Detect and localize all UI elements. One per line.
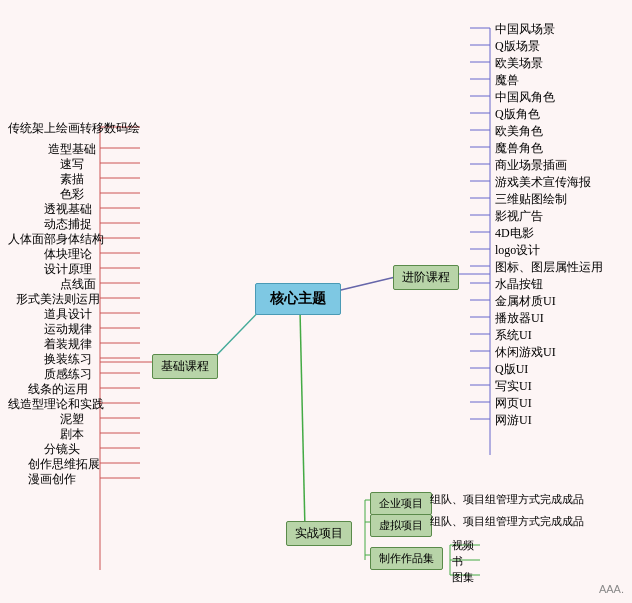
adv-item-16: 金属材质UI <box>495 293 556 310</box>
adv-item-21: 写实UI <box>495 378 532 395</box>
adv-item-8: 商业场景插画 <box>495 157 567 174</box>
enterprise-node: 企业项目 <box>370 492 432 515</box>
adv-item-17: 播放器UI <box>495 310 544 327</box>
adv-item-13: logo设计 <box>495 242 540 259</box>
watermark: AAA. <box>599 583 624 595</box>
adv-item-18: 系统UI <box>495 327 532 344</box>
adv-item-7: 魔兽角色 <box>495 140 543 157</box>
adv-item-11: 影视广告 <box>495 208 543 225</box>
adv-item-2: 欧美场景 <box>495 55 543 72</box>
practice-node: 实战项目 <box>286 521 352 546</box>
virtual-node: 虚拟项目 <box>370 514 432 537</box>
adv-item-9: 游戏美术宣传海报 <box>495 174 591 191</box>
adv-item-5: Q版角色 <box>495 106 540 123</box>
basic-item-23: 漫画创作 <box>28 471 76 488</box>
adv-item-15: 水晶按钮 <box>495 276 543 293</box>
adv-item-6: 欧美角色 <box>495 123 543 140</box>
adv-item-1: Q版场景 <box>495 38 540 55</box>
adv-item-19: 休闲游戏UI <box>495 344 556 361</box>
portfolio-sub-2: 图集 <box>452 570 474 585</box>
adv-item-20: Q版UI <box>495 361 528 378</box>
adv-item-3: 魔兽 <box>495 72 519 89</box>
enterprise-detail: 组队、项目组管理方式完成成品 <box>430 492 584 507</box>
adv-item-14: 图标、图层属性运用 <box>495 259 603 276</box>
svg-line-2 <box>300 310 305 530</box>
adv-item-23: 网游UI <box>495 412 532 429</box>
basic-course-node: 基础课程 <box>152 354 218 379</box>
adv-item-10: 三维贴图绘制 <box>495 191 567 208</box>
basic-item-0: 传统架上绘画转移数码绘 <box>8 120 140 137</box>
virtual-detail: 组队、项目组管理方式完成成品 <box>430 514 584 529</box>
portfolio-sub-1: 书 <box>452 554 463 569</box>
adv-item-4: 中国风角色 <box>495 89 555 106</box>
mindmap-canvas: 核心主题 基础课程 传统架上绘画转移数码绘 造型基础 速写 素描 色彩 透视基础… <box>0 0 632 603</box>
core-node: 核心主题 <box>255 283 341 315</box>
adv-item-0: 中国风场景 <box>495 21 555 38</box>
advanced-course-node: 进阶课程 <box>393 265 459 290</box>
basic-item-18: 线造型理论和实践 <box>8 396 104 413</box>
portfolio-sub-0: 视频 <box>452 538 474 553</box>
portfolio-node: 制作作品集 <box>370 547 443 570</box>
adv-item-22: 网页UI <box>495 395 532 412</box>
adv-item-12: 4D电影 <box>495 225 534 242</box>
